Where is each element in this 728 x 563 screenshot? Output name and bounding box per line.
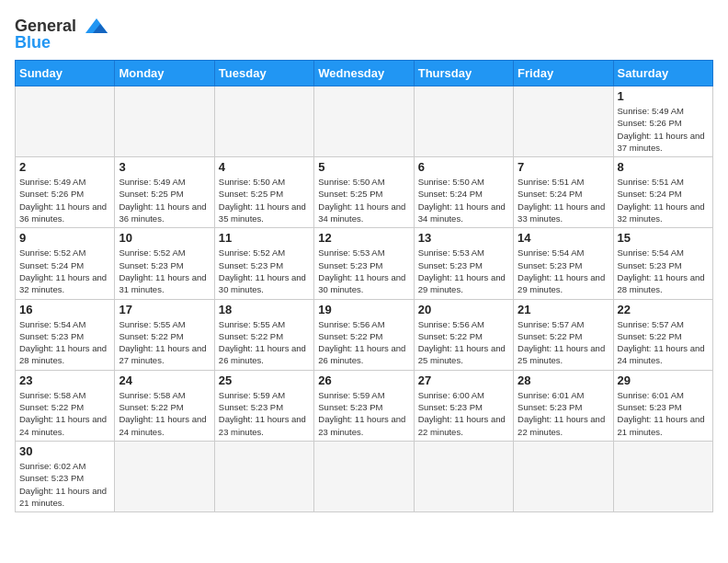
calendar-day-cell: 15Sunrise: 5:54 AMSunset: 5:23 PMDayligh… bbox=[613, 228, 712, 299]
calendar-day-cell: 1Sunrise: 5:49 AMSunset: 5:26 PMDaylight… bbox=[613, 86, 712, 157]
calendar-week-row: 30Sunrise: 6:02 AMSunset: 5:23 PMDayligh… bbox=[16, 441, 713, 511]
logo-icon bbox=[80, 15, 113, 37]
calendar-day-cell: 14Sunrise: 5:54 AMSunset: 5:23 PMDayligh… bbox=[514, 228, 613, 299]
day-info: Sunrise: 5:57 AMSunset: 5:22 PMDaylight:… bbox=[518, 318, 609, 367]
calendar-day-cell: 17Sunrise: 5:55 AMSunset: 5:22 PMDayligh… bbox=[115, 299, 214, 370]
day-info: Sunrise: 5:56 AMSunset: 5:22 PMDaylight:… bbox=[318, 318, 409, 367]
day-info: Sunrise: 5:50 AMSunset: 5:25 PMDaylight:… bbox=[318, 176, 409, 224]
day-number: 30 bbox=[19, 444, 110, 458]
calendar-week-row: 16Sunrise: 5:54 AMSunset: 5:23 PMDayligh… bbox=[16, 299, 713, 370]
day-info: Sunrise: 6:02 AMSunset: 5:23 PMDaylight:… bbox=[19, 460, 110, 509]
calendar-day-cell: 12Sunrise: 5:53 AMSunset: 5:23 PMDayligh… bbox=[314, 228, 414, 299]
day-number: 20 bbox=[418, 303, 509, 316]
calendar-week-row: 23Sunrise: 5:58 AMSunset: 5:22 PMDayligh… bbox=[16, 370, 713, 441]
day-number: 4 bbox=[219, 160, 310, 174]
day-info: Sunrise: 5:52 AMSunset: 5:24 PMDaylight:… bbox=[19, 247, 110, 295]
calendar-day-cell: 19Sunrise: 5:56 AMSunset: 5:22 PMDayligh… bbox=[314, 299, 414, 370]
day-number: 28 bbox=[518, 373, 609, 387]
calendar-day-cell: 18Sunrise: 5:55 AMSunset: 5:22 PMDayligh… bbox=[214, 299, 313, 370]
calendar-day-cell bbox=[214, 86, 313, 157]
weekday-header-cell: Wednesday bbox=[314, 61, 414, 86]
calendar-day-cell bbox=[115, 86, 214, 157]
calendar-day-cell: 26Sunrise: 5:59 AMSunset: 5:23 PMDayligh… bbox=[314, 370, 414, 441]
calendar-day-cell: 28Sunrise: 6:01 AMSunset: 5:23 PMDayligh… bbox=[514, 370, 613, 441]
day-info: Sunrise: 5:59 AMSunset: 5:23 PMDaylight:… bbox=[219, 389, 310, 438]
day-info: Sunrise: 5:49 AMSunset: 5:25 PMDaylight:… bbox=[119, 176, 210, 224]
calendar-day-cell: 21Sunrise: 5:57 AMSunset: 5:22 PMDayligh… bbox=[514, 299, 613, 370]
calendar-day-cell bbox=[314, 86, 414, 157]
day-number: 25 bbox=[219, 373, 310, 387]
day-info: Sunrise: 5:53 AMSunset: 5:23 PMDaylight:… bbox=[318, 247, 409, 295]
day-number: 5 bbox=[318, 160, 409, 174]
day-info: Sunrise: 6:00 AMSunset: 5:23 PMDaylight:… bbox=[418, 389, 509, 438]
day-number: 18 bbox=[219, 303, 310, 316]
day-number: 26 bbox=[318, 373, 409, 387]
day-number: 9 bbox=[19, 231, 110, 245]
day-info: Sunrise: 5:59 AMSunset: 5:23 PMDaylight:… bbox=[318, 389, 409, 438]
header: General Blue bbox=[15, 15, 713, 52]
day-number: 24 bbox=[119, 373, 210, 387]
calendar-day-cell bbox=[613, 441, 712, 511]
day-info: Sunrise: 5:52 AMSunset: 5:23 PMDaylight:… bbox=[219, 247, 310, 295]
calendar-day-cell: 6Sunrise: 5:50 AMSunset: 5:24 PMDaylight… bbox=[414, 157, 513, 228]
calendar-day-cell: 13Sunrise: 5:53 AMSunset: 5:23 PMDayligh… bbox=[414, 228, 513, 299]
calendar-day-cell: 24Sunrise: 5:58 AMSunset: 5:22 PMDayligh… bbox=[115, 370, 214, 441]
day-info: Sunrise: 5:56 AMSunset: 5:22 PMDaylight:… bbox=[418, 318, 509, 367]
day-number: 1 bbox=[618, 89, 709, 103]
day-number: 2 bbox=[19, 160, 110, 174]
calendar-day-cell bbox=[414, 441, 513, 511]
calendar-day-cell bbox=[214, 441, 313, 511]
logo: General Blue bbox=[15, 15, 113, 52]
calendar-day-cell: 29Sunrise: 6:01 AMSunset: 5:23 PMDayligh… bbox=[613, 370, 712, 441]
day-info: Sunrise: 5:58 AMSunset: 5:22 PMDaylight:… bbox=[119, 389, 210, 438]
day-info: Sunrise: 5:51 AMSunset: 5:24 PMDaylight:… bbox=[618, 176, 709, 224]
calendar-day-cell: 8Sunrise: 5:51 AMSunset: 5:24 PMDaylight… bbox=[613, 157, 712, 228]
day-number: 8 bbox=[618, 160, 709, 174]
day-number: 22 bbox=[618, 303, 709, 316]
day-number: 23 bbox=[19, 373, 110, 387]
day-number: 3 bbox=[119, 160, 210, 174]
day-info: Sunrise: 5:58 AMSunset: 5:22 PMDaylight:… bbox=[19, 389, 110, 438]
day-info: Sunrise: 5:51 AMSunset: 5:24 PMDaylight:… bbox=[518, 176, 609, 224]
calendar-day-cell bbox=[514, 441, 613, 511]
day-info: Sunrise: 6:01 AMSunset: 5:23 PMDaylight:… bbox=[618, 389, 709, 438]
day-info: Sunrise: 5:55 AMSunset: 5:22 PMDaylight:… bbox=[219, 318, 310, 367]
day-info: Sunrise: 5:55 AMSunset: 5:22 PMDaylight:… bbox=[119, 318, 210, 367]
calendar-body: 1Sunrise: 5:49 AMSunset: 5:26 PMDaylight… bbox=[16, 86, 713, 512]
day-info: Sunrise: 5:50 AMSunset: 5:24 PMDaylight:… bbox=[418, 176, 509, 224]
day-number: 17 bbox=[119, 303, 210, 316]
day-info: Sunrise: 6:01 AMSunset: 5:23 PMDaylight:… bbox=[518, 389, 609, 438]
day-number: 7 bbox=[518, 160, 609, 174]
day-number: 21 bbox=[518, 303, 609, 316]
calendar-day-cell bbox=[115, 441, 214, 511]
weekday-header: SundayMondayTuesdayWednesdayThursdayFrid… bbox=[16, 61, 713, 86]
day-number: 15 bbox=[618, 231, 709, 245]
calendar-day-cell: 25Sunrise: 5:59 AMSunset: 5:23 PMDayligh… bbox=[214, 370, 313, 441]
calendar-day-cell: 11Sunrise: 5:52 AMSunset: 5:23 PMDayligh… bbox=[214, 228, 313, 299]
calendar-day-cell: 10Sunrise: 5:52 AMSunset: 5:23 PMDayligh… bbox=[115, 228, 214, 299]
day-number: 10 bbox=[119, 231, 210, 245]
day-number: 11 bbox=[219, 231, 310, 245]
calendar: SundayMondayTuesdayWednesdayThursdayFrid… bbox=[15, 60, 713, 512]
calendar-day-cell bbox=[514, 86, 613, 157]
day-number: 29 bbox=[618, 373, 709, 387]
day-info: Sunrise: 5:49 AMSunset: 5:26 PMDaylight:… bbox=[618, 105, 709, 154]
calendar-day-cell: 16Sunrise: 5:54 AMSunset: 5:23 PMDayligh… bbox=[16, 299, 115, 370]
calendar-week-row: 1Sunrise: 5:49 AMSunset: 5:26 PMDaylight… bbox=[16, 86, 713, 157]
calendar-day-cell bbox=[414, 86, 513, 157]
day-number: 16 bbox=[19, 303, 110, 316]
day-number: 6 bbox=[418, 160, 509, 174]
day-info: Sunrise: 5:54 AMSunset: 5:23 PMDaylight:… bbox=[19, 318, 110, 367]
day-number: 19 bbox=[318, 303, 409, 316]
calendar-day-cell bbox=[314, 441, 414, 511]
day-number: 27 bbox=[418, 373, 509, 387]
day-number: 14 bbox=[518, 231, 609, 245]
calendar-day-cell: 22Sunrise: 5:57 AMSunset: 5:22 PMDayligh… bbox=[613, 299, 712, 370]
weekday-header-cell: Sunday bbox=[16, 61, 115, 86]
calendar-day-cell: 2Sunrise: 5:49 AMSunset: 5:26 PMDaylight… bbox=[16, 157, 115, 228]
weekday-header-cell: Friday bbox=[514, 61, 613, 86]
calendar-week-row: 9Sunrise: 5:52 AMSunset: 5:24 PMDaylight… bbox=[16, 228, 713, 299]
calendar-day-cell: 4Sunrise: 5:50 AMSunset: 5:25 PMDaylight… bbox=[214, 157, 313, 228]
calendar-day-cell: 30Sunrise: 6:02 AMSunset: 5:23 PMDayligh… bbox=[16, 441, 115, 511]
calendar-day-cell: 7Sunrise: 5:51 AMSunset: 5:24 PMDaylight… bbox=[514, 157, 613, 228]
